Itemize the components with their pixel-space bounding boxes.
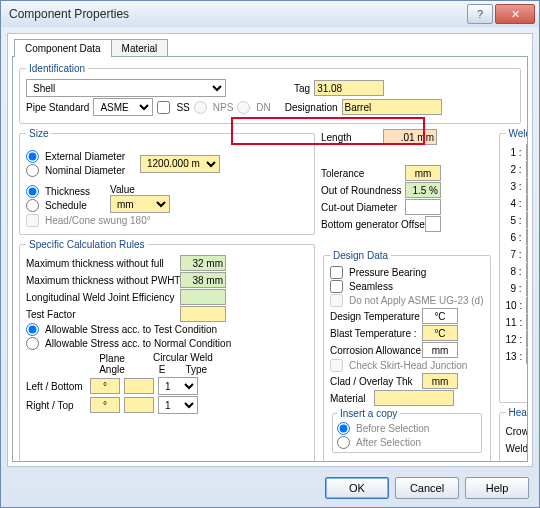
cancel-button[interactable]: Cancel	[395, 477, 459, 499]
length-field[interactable]	[383, 129, 437, 145]
design-temp-unit[interactable]	[422, 308, 458, 324]
tag-field[interactable]	[314, 80, 384, 96]
max-full-field[interactable]	[180, 255, 226, 271]
weld-row-num: 1 :	[506, 147, 522, 158]
rt-angle-field[interactable]	[90, 397, 120, 413]
weld-angle-field-7[interactable]	[526, 246, 528, 262]
dialog-window: Component Properties ? ✕ Component Data …	[0, 0, 540, 508]
pipe-standard-select[interactable]: ASME	[93, 98, 153, 116]
diameter-value-select[interactable]: 1200.000 m	[140, 155, 220, 173]
stress-normal-cond-radio[interactable]	[26, 337, 39, 350]
help-icon[interactable]: ?	[467, 4, 493, 24]
material-field[interactable]	[374, 390, 454, 406]
max-pwht-field[interactable]	[180, 272, 226, 288]
ug23-checkbox	[330, 294, 343, 307]
window-title: Component Properties	[9, 7, 467, 21]
weld-angle-field-3[interactable]	[526, 178, 528, 194]
circular-weld-label: Circular Weld	[138, 352, 228, 363]
weld-angle-field-6[interactable]	[526, 229, 528, 245]
calc-rules-group: Specific Calculation Rules Maximum thick…	[19, 239, 315, 462]
weld-angle-field-1[interactable]	[526, 144, 528, 160]
blast-temp-unit[interactable]	[422, 325, 458, 341]
weld-angle-field-13[interactable]	[526, 348, 528, 364]
before-selection-radio[interactable]	[337, 422, 350, 435]
weld-angle-field-12[interactable]	[526, 331, 528, 347]
right-top-label: Right / Top	[26, 400, 86, 411]
designation-field[interactable]	[342, 99, 442, 115]
lje-label: Longitudinal Weld Joint Efficiency	[26, 292, 176, 303]
seamless-label: Seamless	[349, 281, 393, 292]
lje-field[interactable]	[180, 289, 226, 305]
seamless-checkbox[interactable]	[330, 280, 343, 293]
oor-field[interactable]	[405, 182, 441, 198]
schedule-radio[interactable]	[26, 199, 39, 212]
weld-angle-field-8[interactable]	[526, 263, 528, 279]
tab-component-data[interactable]: Component Data	[14, 39, 112, 57]
lb-e-field[interactable]	[124, 378, 154, 394]
stress-test-cond-label: Allowable Stress acc. to Test Condition	[45, 324, 217, 335]
stress-test-cond-radio[interactable]	[26, 323, 39, 336]
weld-angle-field-5[interactable]	[526, 212, 528, 228]
external-diameter-radio[interactable]	[26, 150, 39, 163]
lb-type-select[interactable]: 1	[158, 377, 198, 395]
weld-orientation-legend: Weld Orientation	[506, 128, 528, 139]
skirt-head-checkbox	[330, 359, 343, 372]
weld-angle-field-4[interactable]	[526, 195, 528, 211]
angle-label: Angle	[90, 364, 134, 375]
head-assembly-group: Head Assembly Crown Chord Weld Eccent.	[499, 407, 528, 462]
schedule-label: Schedule	[45, 200, 87, 211]
thickness-unit-select[interactable]: mm	[110, 195, 170, 213]
rt-type-select[interactable]: 1	[158, 396, 198, 414]
weld-row-num: 10 :	[506, 300, 522, 311]
pressure-bearing-checkbox[interactable]	[330, 266, 343, 279]
length-label: Length	[321, 132, 379, 143]
weld-row-num: 11 :	[506, 317, 522, 328]
tab-material[interactable]: Material	[111, 39, 169, 57]
nps-radio	[194, 101, 207, 114]
tolerance-unit[interactable]	[405, 165, 441, 181]
titlebar: Component Properties ? ✕	[1, 1, 539, 27]
client-area: Component Data Material Identification S…	[7, 33, 533, 467]
identification-legend: Identification	[26, 63, 88, 74]
ss-checkbox[interactable]	[157, 101, 170, 114]
cutout-field[interactable]	[405, 199, 441, 215]
size-group: Size External Diameter Nominal Diameter …	[19, 128, 315, 235]
test-factor-field[interactable]	[180, 306, 226, 322]
ok-button[interactable]: OK	[325, 477, 389, 499]
nominal-diameter-label: Nominal Diameter	[45, 165, 125, 176]
close-icon[interactable]: ✕	[495, 4, 535, 24]
corrosion-allow-unit[interactable]	[422, 342, 458, 358]
head-assembly-legend: Head Assembly	[506, 407, 528, 418]
weld-row-num: 7 :	[506, 249, 522, 260]
weld-angle-field-2[interactable]	[526, 161, 528, 177]
weld-angle-field-9[interactable]	[526, 280, 528, 296]
clad-overlay-unit[interactable]	[422, 373, 458, 389]
dn-radio	[237, 101, 250, 114]
weld-orientation-group: Weld Orientation 1 :2 :3 :4 :5 :6 :7 :8 …	[499, 128, 528, 403]
rt-e-field[interactable]	[124, 397, 154, 413]
max-full-label: Maximum thickness without full	[26, 258, 176, 269]
weld-angle-field-10[interactable]	[526, 297, 528, 313]
stress-normal-cond-label: Allowable Stress acc. to Normal Conditio…	[45, 338, 231, 349]
thickness-radio[interactable]	[26, 185, 39, 198]
lb-angle-field[interactable]	[90, 378, 120, 394]
nps-label: NPS	[213, 102, 234, 113]
tolerance-label: Tolerance	[321, 168, 401, 179]
max-pwht-label: Maximum thickness without PWHT	[26, 275, 176, 286]
help-button[interactable]: Help	[465, 477, 529, 499]
blast-temp-label: Blast Temperature :	[330, 328, 418, 339]
ss-label: SS	[176, 102, 189, 113]
ug23-label: Do not Apply ASME UG-23 (d)	[349, 295, 484, 306]
component-type-select[interactable]: Shell	[26, 79, 226, 97]
weld-row-num: 5 :	[506, 215, 522, 226]
weld-angle-field-11[interactable]	[526, 314, 528, 330]
bottom-offset-field[interactable]	[425, 216, 441, 232]
insert-copy-legend: Insert a copy	[337, 408, 400, 419]
nominal-diameter-radio[interactable]	[26, 164, 39, 177]
design-data-group: Design Data Pressure Bearing Seamless Do…	[323, 250, 491, 462]
design-temp-label: Design Temperature	[330, 311, 418, 322]
type-label: Type	[185, 364, 207, 375]
cutout-label: Cut-out Diameter	[321, 202, 401, 213]
material-label: Material	[330, 393, 370, 404]
after-selection-radio[interactable]	[337, 436, 350, 449]
